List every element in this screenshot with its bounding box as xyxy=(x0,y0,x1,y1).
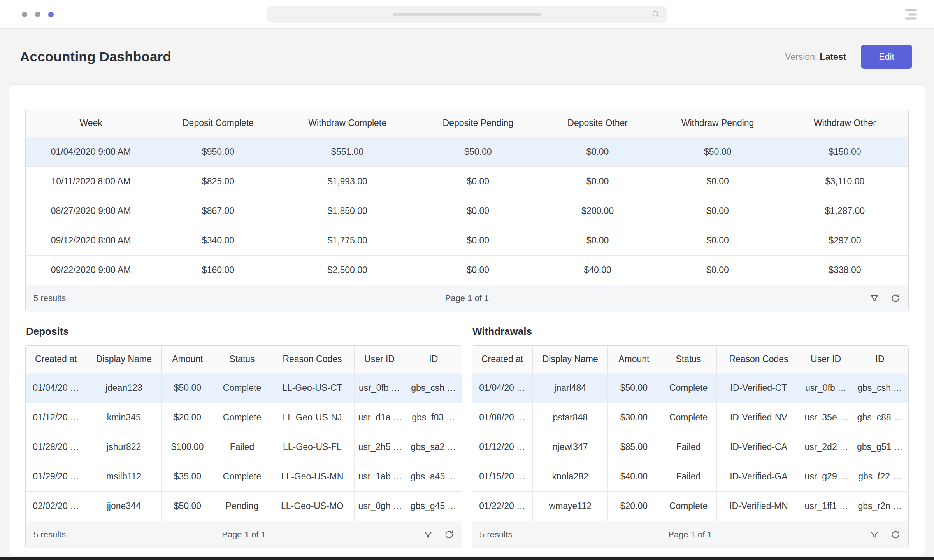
table-cell: $297.00 xyxy=(781,226,908,255)
address-bar[interactable] xyxy=(267,6,667,23)
refresh-icon[interactable] xyxy=(444,530,454,540)
refresh-icon[interactable] xyxy=(890,530,901,540)
column-header-display-name[interactable]: Display Name xyxy=(86,346,162,373)
table-cell: $150.00 xyxy=(781,137,908,166)
table-cell: $100.00 xyxy=(162,432,214,462)
table-cell: 02/02/20 … xyxy=(26,492,86,521)
table-cell: knola282 xyxy=(533,462,608,492)
table-cell: gbs_csh … xyxy=(851,373,908,403)
column-header-withdraw-pending[interactable]: Withdraw Pending xyxy=(654,109,781,137)
table-cell: gbs_sa2 … xyxy=(405,432,462,462)
table-cell: 01/12/20 … xyxy=(472,432,533,462)
results-count: 5 results xyxy=(480,530,512,540)
table-cell: $50.00 xyxy=(415,137,541,166)
filter-icon[interactable] xyxy=(423,530,433,540)
table-cell: 09/12/2020 8:00 AM xyxy=(26,226,156,255)
table-row[interactable]: 08/27/2020 9:00 AM $867.00 $1,850.00 $0.… xyxy=(26,196,908,226)
table-row[interactable]: 01/04/2020 9:00 AM $950.00 $551.00 $50.0… xyxy=(26,137,908,166)
table-cell: $950.00 xyxy=(156,137,280,166)
table-cell: usr_0gh … xyxy=(354,492,405,521)
column-header-week[interactable]: Week xyxy=(26,109,156,137)
table-cell: $0.00 xyxy=(654,196,781,226)
column-header-withdraw-other[interactable]: Withdraw Other xyxy=(781,109,908,137)
table-row[interactable]: 01/29/20 … msilb112 $35.00 Complete LL-G… xyxy=(26,462,462,492)
table-cell: 08/27/2020 9:00 AM xyxy=(26,196,156,226)
table-cell: $0.00 xyxy=(541,137,654,166)
column-header-deposite-other[interactable]: Deposite Other xyxy=(541,109,654,137)
window-dot-3[interactable] xyxy=(48,12,54,17)
table-cell: Complete xyxy=(660,492,717,521)
column-header-created-at[interactable]: Created at xyxy=(472,346,533,373)
table-cell: usr_0fb … xyxy=(354,373,405,403)
table-cell: $0.00 xyxy=(415,196,541,226)
column-header-deposite-pending[interactable]: Deposite Pending xyxy=(415,109,541,137)
menu-lines-icon[interactable] xyxy=(905,9,917,19)
filter-icon[interactable] xyxy=(869,530,880,540)
column-header-status[interactable]: Status xyxy=(660,346,717,373)
table-row[interactable]: 01/28/20 … jshur822 $100.00 Failed LL-Ge… xyxy=(26,432,462,462)
table-cell: $40.00 xyxy=(541,255,654,285)
table-cell: LL-Geo-US-MO xyxy=(270,492,354,521)
table-cell: 01/22/20 … xyxy=(472,492,533,521)
column-header-created-at[interactable]: Created at xyxy=(26,346,86,373)
column-header-amount[interactable]: Amount xyxy=(608,346,660,373)
filter-icon[interactable] xyxy=(869,293,880,303)
table-cell: gbs_r2n … xyxy=(851,492,908,521)
version-key: Version: xyxy=(785,52,817,62)
table-cell: 01/12/20 … xyxy=(26,403,86,432)
column-header-withdraw-complete[interactable]: Withdraw Complete xyxy=(280,109,415,137)
table-cell: LL-Geo-US-MN xyxy=(270,462,354,492)
table-cell: Failed xyxy=(660,462,717,492)
column-header-amount[interactable]: Amount xyxy=(162,346,214,373)
table-row[interactable]: 01/12/20 … njewl347 $85.00 Failed ID-Ver… xyxy=(472,432,908,462)
table-cell: $1,993.00 xyxy=(280,166,415,196)
column-header-reason-codes[interactable]: Reason Codes xyxy=(717,346,801,373)
table-row[interactable]: 10/11/2020 8:00 AM $825.00 $1,993.00 $0.… xyxy=(26,166,908,196)
page-title: Accounting Dashboard xyxy=(20,49,171,65)
table-row[interactable]: 01/15/20 … knola282 $40.00 Failed ID-Ver… xyxy=(472,462,908,492)
table-cell: $0.00 xyxy=(654,166,781,196)
column-header-user-id[interactable]: User ID xyxy=(354,346,405,373)
table-cell: usr_2d2 … xyxy=(801,432,851,462)
table-cell: Pending xyxy=(214,492,270,521)
table-cell: 01/29/20 … xyxy=(26,462,86,492)
edit-button[interactable]: Edit xyxy=(861,45,912,69)
table-cell: usr_g29 … xyxy=(801,462,851,492)
window-dot-1[interactable] xyxy=(22,12,27,17)
table-cell: Complete xyxy=(214,462,270,492)
table-cell: gbs_f22 … xyxy=(851,462,908,492)
table-row[interactable]: 01/22/20 … wmaye112 $20.00 Complete ID-V… xyxy=(472,492,908,521)
table-cell: $1,775.00 xyxy=(280,226,415,255)
page-indicator: Page 1 of 1 xyxy=(472,530,908,540)
table-row[interactable]: 01/08/20 … pstar848 $30.00 Complete ID-V… xyxy=(472,403,908,432)
deposits-section: Deposits Created at Display Name Amount … xyxy=(25,326,462,549)
table-cell: 01/04/20 … xyxy=(26,373,86,403)
column-header-user-id[interactable]: User ID xyxy=(801,346,851,373)
column-header-id[interactable]: ID xyxy=(851,346,908,373)
table-cell: wmaye112 xyxy=(533,492,608,521)
table-cell: 01/28/20 … xyxy=(26,432,86,462)
table-cell: Complete xyxy=(660,373,717,403)
table-row[interactable]: 01/04/20 … jdean123 $50.00 Complete LL-G… xyxy=(26,373,462,403)
table-row[interactable]: 02/02/20 … jjone344 $50.00 Pending LL-Ge… xyxy=(26,492,462,521)
window-dot-2[interactable] xyxy=(35,12,40,17)
column-header-id[interactable]: ID xyxy=(405,346,462,373)
column-header-status[interactable]: Status xyxy=(214,346,270,373)
table-cell: 01/15/20 … xyxy=(472,462,533,492)
table-cell: 01/04/2020 9:00 AM xyxy=(26,137,156,166)
column-header-reason-codes[interactable]: Reason Codes xyxy=(270,346,354,373)
table-row[interactable]: 01/12/20 … kmin345 $20.00 Complete LL-Ge… xyxy=(26,403,462,432)
table-cell: $340.00 xyxy=(156,226,280,255)
table-row[interactable]: 01/04/20 … jnarl484 $50.00 Complete ID-V… xyxy=(472,373,908,403)
table-row[interactable]: 09/12/2020 8:00 AM $340.00 $1,775.00 $0.… xyxy=(26,226,908,255)
refresh-icon[interactable] xyxy=(890,293,901,303)
search-icon[interactable] xyxy=(651,9,661,19)
table-row[interactable]: 09/22/2020 9:00 AM $160.00 $2,500.00 $0.… xyxy=(26,255,908,285)
column-header-deposit-complete[interactable]: Deposit Complete xyxy=(156,109,280,137)
table-cell: gbs_csh … xyxy=(405,373,462,403)
column-header-display-name[interactable]: Display Name xyxy=(533,346,608,373)
table-cell: $30.00 xyxy=(608,403,660,432)
table-cell: $50.00 xyxy=(162,373,214,403)
table-cell: ID-Verified-NV xyxy=(717,403,801,432)
browser-topbar xyxy=(0,0,934,29)
